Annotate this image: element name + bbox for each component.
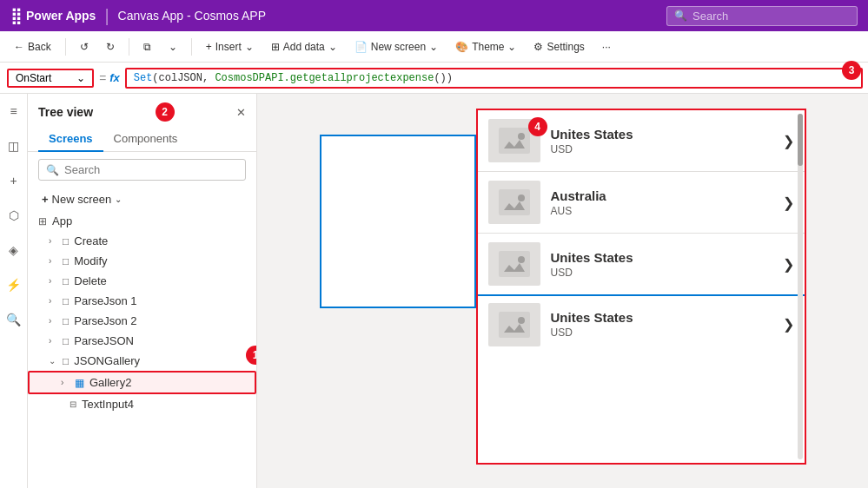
gallery-item-0[interactable]: Unites States USD ❯ bbox=[478, 110, 805, 172]
gallery-item-3[interactable]: Unites States USD ❯ bbox=[478, 296, 805, 353]
settings-button[interactable]: ⚙ Settings bbox=[527, 37, 591, 56]
close-icon[interactable]: ✕ bbox=[236, 106, 246, 119]
image-placeholder-icon-3 bbox=[499, 312, 530, 338]
gallery-info-1: Australia AUS bbox=[551, 188, 772, 217]
svg-rect-0 bbox=[499, 128, 530, 154]
new-screen-chevron-icon: ⌄ bbox=[429, 41, 438, 53]
svg-point-5 bbox=[518, 256, 525, 263]
theme-button[interactable]: 🎨 Theme ⌄ bbox=[448, 37, 523, 56]
copy-button[interactable]: ⧉ bbox=[136, 37, 158, 56]
formula-editor[interactable]: Set(colJSON, CosmosDPAPI.getgetallprojec… bbox=[125, 68, 863, 89]
app-logo[interactable]: ⣿ Power Apps bbox=[10, 6, 96, 25]
new-screen-chevron-icon: ⌄ bbox=[115, 195, 122, 204]
components-icon[interactable]: ◈ bbox=[3, 240, 24, 260]
undo-button[interactable]: ↺ bbox=[73, 37, 96, 56]
back-button[interactable]: ← Back bbox=[7, 37, 58, 56]
gallery-item-sub-0: USD bbox=[551, 143, 772, 155]
svg-rect-2 bbox=[499, 189, 530, 215]
new-screen-btn[interactable]: + New screen ⌄ bbox=[31, 189, 253, 209]
search-left-icon[interactable]: 🔍 bbox=[3, 309, 24, 330]
tab-components[interactable]: Components bbox=[103, 127, 189, 152]
svg-rect-4 bbox=[499, 251, 530, 277]
insert-button[interactable]: + Insert ⌄ bbox=[199, 37, 261, 56]
gallery2-icon: ▦ bbox=[75, 377, 84, 389]
tree-item-textinput4[interactable]: ⊟ TextInput4 bbox=[28, 394, 256, 414]
tree-item-parsejson2[interactable]: › □ ParseJson 2 bbox=[28, 311, 256, 331]
gallery-item-2[interactable]: Unites States USD ❯ bbox=[478, 234, 805, 296]
tree-item-create[interactable]: › □ Create bbox=[28, 231, 256, 251]
create-chevron-icon: › bbox=[49, 236, 59, 246]
global-search-box[interactable]: 🔍 bbox=[666, 6, 858, 26]
gallery-scrollbar-thumb[interactable] bbox=[798, 114, 803, 166]
copy-icon: ⧉ bbox=[143, 41, 151, 53]
insert-chevron-icon: ⌄ bbox=[245, 41, 254, 53]
plus-icon: + bbox=[206, 41, 212, 53]
sidebar-title: Tree view bbox=[38, 105, 93, 119]
gallery-scrollbar[interactable] bbox=[798, 114, 803, 459]
parsejson-chevron-icon: › bbox=[49, 336, 59, 346]
waffle-icon[interactable]: ⣿ bbox=[10, 6, 21, 25]
annotation-badge-4: 4 bbox=[528, 117, 547, 136]
gallery-item-name-1: Australia bbox=[551, 188, 772, 203]
tab-screens[interactable]: Screens bbox=[38, 127, 103, 152]
parsejson1-chevron-icon: › bbox=[49, 296, 59, 306]
formula-method: CosmosDPAPI.getgetallprojectexpense bbox=[215, 72, 434, 84]
gallery-thumb-1 bbox=[488, 181, 540, 224]
canvas-area: 4 bbox=[257, 94, 868, 488]
sidebar-tabs: Screens Components bbox=[28, 127, 256, 152]
canvas-blue-rect bbox=[320, 135, 476, 308]
image-placeholder-icon-2 bbox=[499, 251, 530, 277]
new-screen-button[interactable]: 📄 New screen ⌄ bbox=[348, 37, 445, 56]
tree-item-delete[interactable]: › □ Delete bbox=[28, 271, 256, 291]
paste-dropdown-button[interactable]: ⌄ bbox=[162, 37, 184, 56]
gallery-thumb-3 bbox=[488, 303, 540, 346]
left-icon-bar: ≡ ◫ + ⬡ ◈ ⚡ 🔍 bbox=[0, 94, 28, 488]
main-content: ≡ ◫ + ⬡ ◈ ⚡ 🔍 Tree view 2 ✕ Screens Comp… bbox=[0, 94, 868, 488]
tree-items: ⊞ App ··· › □ Create › □ Modify › □ Dele… bbox=[28, 211, 256, 488]
badge-2: 2 bbox=[156, 102, 175, 122]
sidebar-search-input[interactable] bbox=[64, 163, 238, 176]
gallery-arrow-0: ❯ bbox=[783, 133, 794, 149]
add-icon[interactable]: + bbox=[3, 170, 24, 191]
tree-item-parsejson1[interactable]: › □ ParseJson 1 bbox=[28, 291, 256, 311]
tree-item-modify[interactable]: › □ Modify bbox=[28, 251, 256, 271]
tree-item-jsongallery[interactable]: ⌄ □ JSONGallery 1 bbox=[28, 351, 256, 371]
app-icon: ⊞ bbox=[38, 215, 47, 228]
parsejson2-chevron-icon: › bbox=[49, 316, 59, 326]
variables-icon[interactable]: ⚡ bbox=[3, 274, 24, 295]
tree-item-parsejson[interactable]: › □ ParseJSON bbox=[28, 331, 256, 351]
gallery-info-2: Unites States USD bbox=[551, 250, 772, 279]
gallery-arrow-3: ❯ bbox=[783, 316, 794, 333]
new-screen-icon: 📄 bbox=[354, 41, 368, 53]
gallery-info-3: Unites States USD bbox=[551, 310, 772, 339]
add-data-chevron-icon: ⌄ bbox=[328, 41, 337, 53]
svg-point-1 bbox=[518, 133, 525, 140]
gallery-item-sub-3: USD bbox=[551, 326, 772, 339]
hamburger-icon[interactable]: ≡ bbox=[3, 101, 24, 122]
layers-icon[interactable]: ◫ bbox=[3, 135, 24, 156]
badge-3: 3 bbox=[842, 61, 861, 80]
formula-set-keyword: Set bbox=[134, 72, 153, 84]
gallery-panel: Unites States USD ❯ Australia bbox=[476, 109, 806, 465]
tree-item-app[interactable]: ⊞ App ··· bbox=[28, 211, 256, 231]
toolbar-separator-3 bbox=[191, 38, 192, 56]
app-name-label: Power Apps bbox=[26, 9, 96, 23]
page-title: Canvas App - Cosmos APP bbox=[118, 9, 266, 23]
sidebar-search-box[interactable]: 🔍 bbox=[38, 159, 246, 181]
badge-1: 1 bbox=[246, 346, 256, 365]
more-button[interactable]: ··· bbox=[595, 37, 618, 56]
data-icon[interactable]: ⬡ bbox=[3, 205, 24, 226]
formula-property-selector[interactable]: OnStart ⌄ bbox=[7, 69, 94, 88]
parsejson2-icon: □ bbox=[63, 315, 69, 327]
theme-chevron-icon: ⌄ bbox=[507, 41, 516, 53]
gallery-item-1[interactable]: Australia AUS ❯ bbox=[478, 172, 805, 234]
gallery2-chevron-icon: › bbox=[61, 378, 71, 387]
toolbar-separator-1 bbox=[65, 38, 66, 56]
sidebar: Tree view 2 ✕ Screens Components 🔍 + New… bbox=[28, 94, 257, 488]
global-search-input[interactable] bbox=[692, 10, 850, 23]
redo-button[interactable]: ↻ bbox=[99, 37, 122, 56]
add-data-button[interactable]: ⊞ Add data ⌄ bbox=[264, 37, 344, 56]
gallery-info-0: Unites States USD bbox=[551, 127, 772, 155]
tree-item-gallery2[interactable]: › ▦ Gallery2 bbox=[28, 371, 256, 394]
delete-chevron-icon: › bbox=[49, 276, 59, 286]
